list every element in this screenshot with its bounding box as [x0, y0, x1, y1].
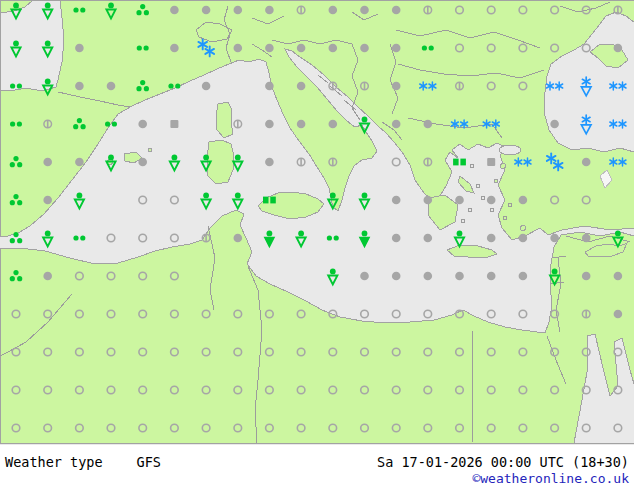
weather-symbol-CF — [265, 120, 274, 129]
weather-symbol-CF — [455, 272, 464, 281]
weather-symbol-CF — [265, 82, 274, 91]
bay-of-biscay — [0, 0, 64, 91]
weather-symbol-CF — [614, 310, 623, 319]
weather-symbol-CF — [424, 196, 433, 205]
weather-symbol-CF — [170, 44, 179, 53]
weather-symbol-CF — [75, 82, 84, 91]
weather-symbol-CF — [43, 158, 52, 167]
weather-symbol-CF — [392, 196, 401, 205]
weather-symbol-CF — [487, 196, 496, 205]
menorca — [148, 148, 152, 152]
chios — [494, 179, 498, 183]
weather-symbol-CF — [487, 272, 496, 281]
weather-symbol-CF — [392, 234, 401, 243]
weather-symbol-CF — [392, 82, 401, 91]
weather-symbol-CF — [75, 44, 84, 53]
weather-symbol-CF — [392, 44, 401, 53]
weather-symbol-CF — [170, 6, 179, 15]
weather-symbol-CF — [582, 272, 591, 281]
weather-symbol-CF — [138, 158, 147, 167]
weather-symbol-CF — [329, 6, 338, 15]
weather-symbol-CF — [455, 196, 464, 205]
weather-symbol-CF — [329, 44, 338, 53]
model-name: GFS — [137, 454, 161, 470]
weather-map — [0, 0, 634, 445]
weather-symbol-CF — [519, 272, 528, 281]
rhodes — [521, 226, 526, 231]
weather-symbol-CF — [360, 6, 369, 15]
weather-symbol-CF — [297, 120, 306, 129]
weather-symbol-CF — [519, 234, 528, 243]
weather-symbol-CF — [297, 82, 306, 91]
weather-symbol-CF — [202, 6, 211, 15]
weather-symbol-CF — [265, 158, 274, 167]
sea-of-marmara — [499, 145, 521, 155]
weather-symbol-CF — [392, 120, 401, 129]
weather-symbol-CF — [75, 158, 84, 167]
weather-symbol-CF — [424, 272, 433, 281]
weather-symbol-CF — [582, 234, 591, 243]
weather-symbol-CF — [297, 44, 306, 53]
weather-symbol-CF — [392, 272, 401, 281]
weather-symbol-CF — [234, 44, 243, 53]
weather-symbol-CF — [487, 234, 496, 243]
weather-symbol-CF — [614, 44, 623, 53]
map-footer: Weather typeGFS Sa 17-01-2026 00:00 UTC … — [0, 445, 634, 490]
weather-symbol-CF — [360, 44, 369, 53]
weather-symbol-CF — [138, 120, 147, 129]
weather-symbol-CF — [202, 82, 211, 91]
weather-symbol-CF — [550, 234, 559, 243]
weather-map-page: Weather typeGFS Sa 17-01-2026 00:00 UTC … — [0, 0, 634, 490]
weather-symbol-CF — [519, 196, 528, 205]
weather-symbol-FS — [487, 158, 495, 166]
weather-symbol-CF — [107, 82, 116, 91]
weather-symbol-FS — [170, 120, 178, 128]
weather-symbol-CF — [392, 6, 401, 15]
weather-symbol-CF — [329, 120, 338, 129]
weather-symbol-CF — [234, 234, 243, 243]
weather-symbol-CF — [582, 158, 591, 167]
product-label: Weather typeGFS — [5, 454, 161, 470]
weather-symbol-CF — [360, 272, 369, 281]
weather-symbol-CF — [424, 234, 433, 243]
weather-symbol-CF — [265, 44, 274, 53]
weather-symbol-CF — [43, 196, 52, 205]
lesbos — [501, 164, 506, 169]
weather-symbol-CF — [550, 120, 559, 129]
weather-symbol-CF — [424, 120, 433, 129]
copyright-label[interactable]: ©weatheronline.co.uk — [472, 471, 629, 486]
valid-time-label: Sa 17-01-2026 00:00 UTC (18+30) — [377, 454, 629, 470]
weather-symbol-CF — [43, 272, 52, 281]
weather-symbol-CF — [265, 6, 274, 15]
weather-symbol-CF — [234, 6, 243, 15]
weather-symbol-CF — [614, 272, 623, 281]
product-name: Weather type — [5, 454, 103, 470]
